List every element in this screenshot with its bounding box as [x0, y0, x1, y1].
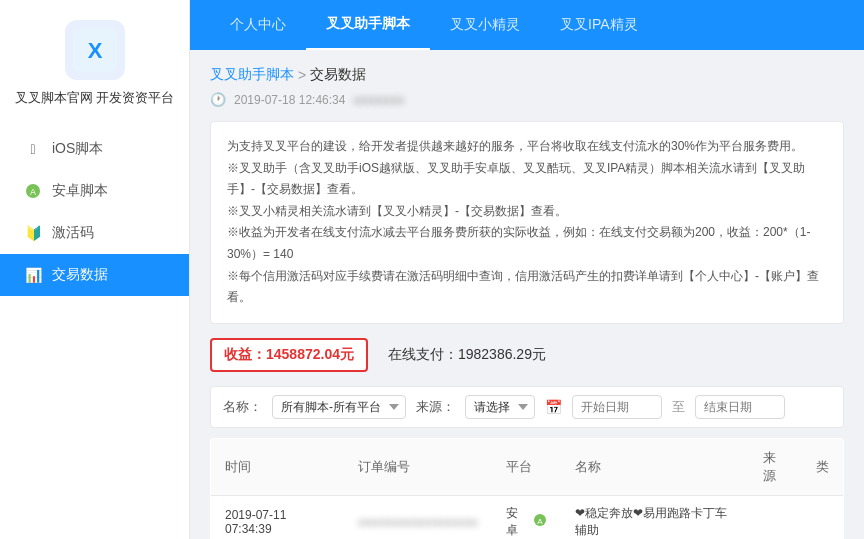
breadcrumb: 叉叉助手脚本 > 交易数据	[210, 66, 844, 84]
sidebar-item-activate-label: 激活码	[52, 224, 94, 242]
sidebar-item-ios[interactable]:  iOS脚本	[0, 128, 189, 170]
svg-text:A: A	[30, 187, 36, 197]
cell-type	[802, 495, 844, 539]
svg-text:X: X	[87, 38, 102, 63]
cell-time: 2019-07-11 07:34:39	[211, 495, 345, 539]
sidebar-item-android-label: 安卓脚本	[52, 182, 108, 200]
calendar-icon: 📅	[545, 399, 562, 415]
main-area: 个人中心 叉叉助手脚本 叉叉小精灵 叉叉IPA精灵 叉叉助手脚本 > 交易数据 …	[190, 0, 864, 539]
notice-line-2: ※叉叉助手（含叉叉助手iOS越狱版、叉叉助手安卓版、叉叉酷玩、叉叉IPA精灵）脚…	[227, 158, 827, 201]
nav-fairy[interactable]: 叉叉小精灵	[430, 0, 540, 50]
notice-line-4: ※收益为开发者在线支付流水减去平台服务费所获的实际收益，例如：在线支付交易额为2…	[227, 222, 827, 265]
col-time: 时间	[211, 438, 345, 495]
platform-badge: 安卓 A	[506, 505, 548, 539]
cell-order: ●●●●●●●●●●●●●●●●●●	[344, 495, 492, 539]
app-logo: X	[65, 20, 125, 80]
date-value: 2019-07-18 12:46:34	[234, 93, 345, 107]
earnings-value: 1458872.04元	[266, 346, 354, 362]
col-source: 来源	[749, 438, 802, 495]
earnings-label: 收益：	[224, 346, 266, 362]
sidebar-item-trade-label: 交易数据	[52, 266, 108, 284]
sidebar-item-ios-label: iOS脚本	[52, 140, 103, 158]
stats-row: 收益：1458872.04元 在线支付：1982386.29元	[210, 338, 844, 372]
online-label: 在线支付：	[388, 346, 458, 362]
online-payment: 在线支付：1982386.29元	[388, 346, 546, 364]
platform-icon: A	[533, 513, 547, 530]
notice-box: 为支持叉叉平台的建设，给开发者提供越来越好的服务，平台将收取在线支付流水的30%…	[210, 121, 844, 324]
sidebar: X 叉叉脚本官网 开发资资平台  iOS脚本 A 安卓脚本 🔰 激活码 📊 交…	[0, 0, 190, 539]
sidebar-menu:  iOS脚本 A 安卓脚本 🔰 激活码 📊 交易数据	[0, 128, 189, 296]
nav-profile[interactable]: 个人中心	[210, 0, 306, 50]
sidebar-item-activate[interactable]: 🔰 激活码	[0, 212, 189, 254]
earnings-box: 收益：1458872.04元	[210, 338, 368, 372]
table-row: 2019-07-11 07:34:39 ●●●●●●●●●●●●●●●●●● 安…	[211, 495, 844, 539]
breadcrumb-parent[interactable]: 叉叉助手脚本	[210, 66, 294, 84]
notice-line-5: ※每个信用激活码对应手续费请在激活码明细中查询，信用激活码产生的扣费详单请到【个…	[227, 266, 827, 309]
filter-row: 名称： 所有脚本-所有平台 来源： 请选择 📅 至	[210, 386, 844, 428]
apple-icon: 	[24, 140, 42, 158]
start-date-input[interactable]	[572, 395, 662, 419]
cell-platform: 安卓 A	[492, 495, 562, 539]
sidebar-item-trade[interactable]: 📊 交易数据	[0, 254, 189, 296]
data-table: 时间 订单编号 平台 名称 来源 类 2019-07-11 07:34:39 ●…	[210, 438, 844, 539]
col-platform: 平台	[492, 438, 562, 495]
date-separator: 至	[672, 398, 685, 416]
filter-name-select[interactable]: 所有脚本-所有平台	[272, 395, 406, 419]
filter-source-label: 来源：	[416, 398, 455, 416]
cell-source	[749, 495, 802, 539]
col-type: 类	[802, 438, 844, 495]
col-order: 订单编号	[344, 438, 492, 495]
table-header-row: 时间 订单编号 平台 名称 来源 类	[211, 438, 844, 495]
chart-icon: 📊	[24, 266, 42, 284]
top-nav: 个人中心 叉叉助手脚本 叉叉小精灵 叉叉IPA精灵	[190, 0, 864, 50]
svg-text:A: A	[538, 517, 544, 526]
breadcrumb-separator: >	[298, 67, 306, 83]
notice-line-1: 为支持叉叉平台的建设，给开发者提供越来越好的服务，平台将收取在线支付流水的30%…	[227, 136, 827, 158]
table-body: 2019-07-11 07:34:39 ●●●●●●●●●●●●●●●●●● 安…	[211, 495, 844, 539]
sidebar-item-android[interactable]: A 安卓脚本	[0, 170, 189, 212]
cell-name: ❤稳定奔放❤易用跑路卡丁车辅助	[561, 495, 749, 539]
brand-name: 叉叉脚本官网 开发资资平台	[15, 88, 175, 108]
shield-icon: 🔰	[24, 224, 42, 242]
notice-line-3: ※叉叉小精灵相关流水请到【叉叉小精灵】-【交易数据】查看。	[227, 201, 827, 223]
content-area: 叉叉助手脚本 > 交易数据 🕐 2019-07-18 12:46:34 ●●●●…	[190, 50, 864, 539]
online-value: 1982386.29元	[458, 346, 546, 362]
date-info: 🕐 2019-07-18 12:46:34 ●●●●●●●	[210, 92, 844, 107]
clock-icon: 🕐	[210, 92, 226, 107]
nav-ipa[interactable]: 叉叉IPA精灵	[540, 0, 658, 50]
col-name: 名称	[561, 438, 749, 495]
end-date-input[interactable]	[695, 395, 785, 419]
filter-source-select[interactable]: 请选择	[465, 395, 535, 419]
date-link[interactable]: ●●●●●●●	[353, 93, 404, 107]
android-icon: A	[24, 182, 42, 200]
nav-assistant[interactable]: 叉叉助手脚本	[306, 0, 430, 50]
breadcrumb-current: 交易数据	[310, 66, 366, 84]
filter-name-label: 名称：	[223, 398, 262, 416]
